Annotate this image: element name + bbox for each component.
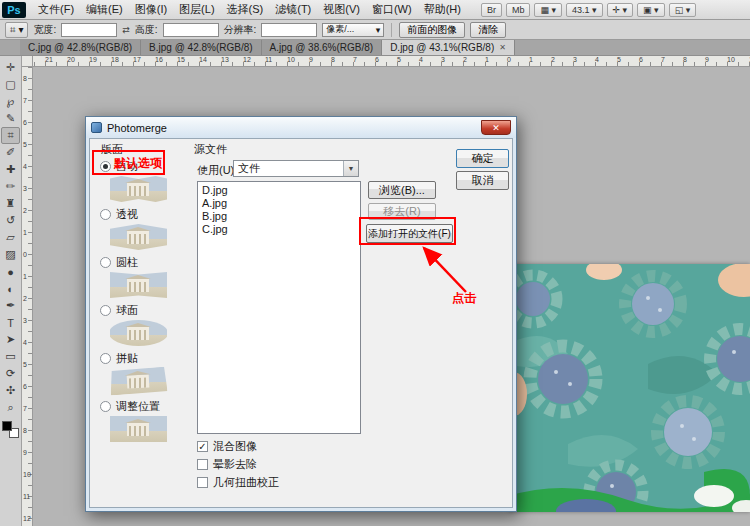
resolution-unit-select[interactable]: 像素/... ▾ <box>322 23 384 37</box>
zoom-tool[interactable]: ⌕ <box>1 399 20 416</box>
eraser-tool[interactable]: ▱ <box>1 229 20 246</box>
menu-item-8[interactable]: 窗口(W) <box>366 0 418 19</box>
ruler-number: 3 <box>23 185 27 192</box>
use-dropdown[interactable]: 文件 ▼ <box>233 160 359 177</box>
type-tool[interactable]: T <box>1 314 20 331</box>
ruler-number: 7 <box>23 97 27 104</box>
layout-option-perspective[interactable]: 透视 <box>100 207 192 222</box>
ruler-number: 9 <box>309 56 313 63</box>
layout-option-spherical[interactable]: 球面 <box>100 303 192 318</box>
arrange-documents-button[interactable]: ▣ ▾ <box>637 3 665 17</box>
hand-tool[interactable]: ✣ <box>1 382 20 399</box>
zoom-level-dropdown[interactable]: 43.1 ▾ <box>566 3 603 17</box>
ruler-number: 2 <box>23 295 27 302</box>
document-tab-3[interactable]: A.jpg @ 38.6%(RGB/8) <box>262 40 383 55</box>
menu-bar-tools: BrMb▦ ▾43.1 ▾✛ ▾▣ ▾◱ ▾ <box>477 3 696 17</box>
layout-option-cylindrical[interactable]: 圆柱 <box>100 255 192 270</box>
menu-item-5[interactable]: 选择(S) <box>221 0 270 19</box>
cancel-button[interactable]: 取消 <box>456 171 509 190</box>
ruler-number: 11 <box>265 56 272 63</box>
foreground-color-swatch[interactable] <box>2 421 12 431</box>
eyedropper-tool[interactable]: ✐ <box>1 144 20 161</box>
options-checkboxes: ✓混合图像晕影去除几何扭曲校正 <box>197 439 279 493</box>
menu-item-2[interactable]: 编辑(E) <box>80 0 129 19</box>
dialog-close-button[interactable]: ✕ <box>481 120 511 135</box>
ruler-number: 10 <box>287 56 295 63</box>
checkbox-icon: ✓ <box>197 441 208 452</box>
marquee-tool[interactable]: ▢ <box>1 76 20 93</box>
vertical-ruler: 876543210123456789101112 <box>22 67 33 526</box>
file-item-c-jpg[interactable]: C.jpg <box>198 223 360 236</box>
tool-preset-picker[interactable]: ⌗ ▾ <box>5 22 28 38</box>
crop-resolution-input[interactable] <box>261 23 317 37</box>
layout-thumbnail-cylindrical <box>110 272 167 298</box>
clear-button[interactable]: 清除 <box>470 22 506 38</box>
file-item-a-jpg[interactable]: A.jpg <box>198 197 360 210</box>
dialog-titlebar[interactable]: Photomerge ✕ <box>86 117 516 138</box>
source-files-list[interactable]: D.jpgA.jpgB.jpgC.jpg <box>197 181 361 434</box>
checkbox-blend-images[interactable]: ✓混合图像 <box>197 439 279 454</box>
dodge-tool[interactable]: ◐ <box>1 280 20 297</box>
launch-mini-bridge-button[interactable]: Mb <box>506 3 531 17</box>
menu-bar: Ps 文件(F)编辑(E)图像(I)图层(L)选择(S)滤镜(T)视图(V)窗口… <box>0 0 750 20</box>
history-brush-tool[interactable]: ↺ <box>1 212 20 229</box>
crop-tool[interactable]: ⌗ <box>1 127 20 144</box>
gradient-tool[interactable]: ▨ <box>1 246 20 263</box>
checkbox-geometric-distortion-correction[interactable]: 几何扭曲校正 <box>197 475 279 490</box>
tab-close-icon[interactable]: ✕ <box>499 43 506 52</box>
move-tool[interactable]: ✛ <box>1 59 20 76</box>
document-tab-2[interactable]: B.jpg @ 42.8%(RGB/8) <box>141 40 262 55</box>
clone-stamp-tool[interactable]: ♜ <box>1 195 20 212</box>
view-extras-button[interactable]: ▦ ▾ <box>534 3 562 17</box>
path-selection-tool[interactable]: ➤ <box>1 331 20 348</box>
quick-selection-tool[interactable]: ✎ <box>1 110 20 127</box>
pen-tool[interactable]: ✒ <box>1 297 20 314</box>
ruler-number: 3 <box>573 56 577 63</box>
layout-option-collage[interactable]: 拼贴 <box>100 351 192 366</box>
lasso-tool[interactable]: ℘ <box>1 93 20 110</box>
ruler-number: 5 <box>617 56 621 63</box>
menu-item-3[interactable]: 图像(I) <box>129 0 173 19</box>
checkbox-label: 混合图像 <box>213 439 257 454</box>
ruler-number: 5 <box>397 56 401 63</box>
browse-button[interactable]: 浏览(B)... <box>368 181 436 199</box>
dialog-title: Photomerge <box>107 122 167 134</box>
front-image-button[interactable]: 前面的图像 <box>399 22 465 38</box>
brush-tool[interactable]: ✏ <box>1 178 20 195</box>
crop-height-input[interactable] <box>163 23 219 37</box>
layout-option-reposition[interactable]: 调整位置 <box>100 399 192 414</box>
menu-item-6[interactable]: 滤镜(T) <box>269 0 317 19</box>
file-item-d-jpg[interactable]: D.jpg <box>198 184 360 197</box>
launch-bridge-button[interactable]: Br <box>481 3 502 17</box>
checkbox-vignette-removal[interactable]: 晕影去除 <box>197 457 279 472</box>
ruler-number: 9 <box>705 56 709 63</box>
ruler-number: 19 <box>89 56 97 63</box>
blur-tool[interactable]: ● <box>1 263 20 280</box>
horizontal-ruler: 2120191817161514131211109876543210123456… <box>33 56 750 67</box>
document-tab-1[interactable]: C.jpg @ 42.8%(RGB/8) <box>20 40 141 55</box>
ruler-number: 14 <box>199 56 207 63</box>
hand-tool-menu-button[interactable]: ✛ ▾ <box>607 3 634 17</box>
menu-item-9[interactable]: 帮助(H) <box>418 0 467 19</box>
screen-mode-button[interactable]: ◱ ▾ <box>669 3 697 17</box>
ruler-number: 10 <box>727 56 735 63</box>
rotate-view-tool[interactable]: ⟳ <box>1 365 20 382</box>
document-tab-4[interactable]: D.jpg @ 43.1%(RGB/8)✕ <box>382 40 515 55</box>
file-item-b-jpg[interactable]: B.jpg <box>198 210 360 223</box>
ruler-number: 9 <box>23 449 27 456</box>
ruler-number: 1 <box>23 229 27 236</box>
unit-value: 像素/... <box>326 23 354 36</box>
menu-item-7[interactable]: 视图(V) <box>317 0 366 19</box>
ruler-number: 4 <box>419 56 423 63</box>
use-label: 使用(U): <box>197 163 237 178</box>
healing-brush-tool[interactable]: ✚ <box>1 161 20 178</box>
menu-item-1[interactable]: 文件(F) <box>32 0 80 19</box>
swap-dimensions-icon[interactable]: ⇄ <box>122 25 130 35</box>
shape-tool[interactable]: ▭ <box>1 348 20 365</box>
menu-item-4[interactable]: 图层(L) <box>173 0 220 19</box>
ruler-number: 4 <box>595 56 599 63</box>
height-label: 高度: <box>135 23 158 37</box>
ok-button[interactable]: 确定 <box>456 149 509 168</box>
color-swatches[interactable] <box>2 421 19 438</box>
crop-width-input[interactable] <box>61 23 117 37</box>
